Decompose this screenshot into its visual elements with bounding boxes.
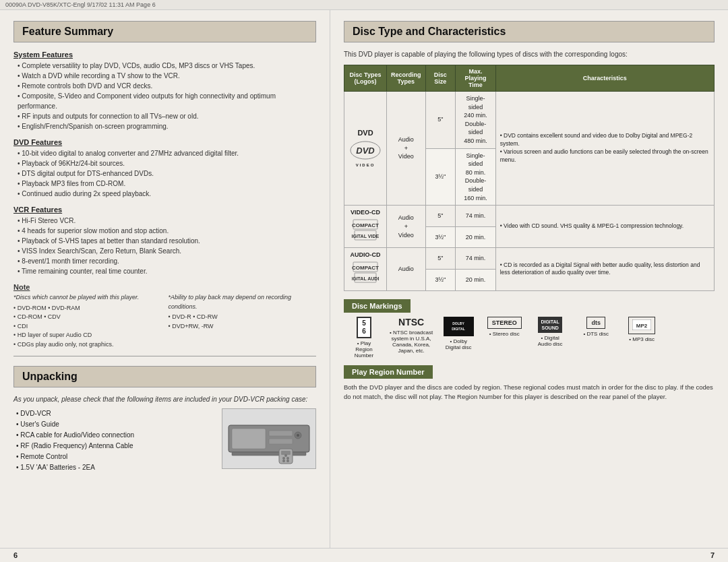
dolby-label: • DolbyDigital disc bbox=[446, 338, 472, 350]
note-col2-title: *Ability to play back may depend on reco… bbox=[169, 293, 317, 311]
marking-ntsc: NTSC • NTSC broadcastsystem in U.S.A,Can… bbox=[390, 317, 433, 354]
acd-logo-cell: AUDIO-CD COMPACT DIGITAL AUDIO bbox=[344, 248, 387, 290]
dvd-logo-svg: DVD bbox=[348, 140, 382, 160]
vcr-features-title: VCR Features bbox=[13, 206, 316, 214]
feature-summary-title: Feature Summary bbox=[13, 21, 316, 42]
svg-text:COMPACT: COMPACT bbox=[352, 265, 379, 271]
list-item: RF (Radio Frequency) Antenna Cable bbox=[16, 441, 215, 451]
device-svg bbox=[225, 412, 313, 466]
system-features-title: System Features bbox=[13, 51, 316, 59]
disc-intro: This DVD player is capable of playing th… bbox=[344, 51, 715, 58]
note-title: Note bbox=[13, 283, 316, 291]
acd-characteristics: • CD is recorded as a Digital Signal wit… bbox=[495, 248, 714, 290]
dvd-features-block: DVD Features 10-bit video digital to ana… bbox=[13, 138, 316, 199]
svg-text:COMPACT: COMPACT bbox=[352, 222, 379, 228]
list-item: 8-event/1 month timer recording. bbox=[18, 256, 316, 266]
page-left: 6 bbox=[13, 551, 18, 559]
vcd-size-1: 5" bbox=[425, 206, 456, 227]
digital-sound-badge: DIGITALSOUND bbox=[538, 317, 562, 333]
vcd-logo-svg: COMPACT DIGITAL VIDEO bbox=[352, 218, 379, 243]
marking-digital-sound: DIGITALSOUND • DigitalAudio disc bbox=[530, 317, 570, 347]
svg-text:DIGITAL AUDIO: DIGITAL AUDIO bbox=[352, 276, 379, 281]
dts-badge: dts bbox=[586, 317, 605, 329]
list-item: • DVD+RW, -RW bbox=[169, 322, 317, 332]
marking-dolby: DOLBY DIGITAL • DolbyDigital disc bbox=[438, 317, 479, 350]
list-item: • HD layer of super Audio CD bbox=[13, 331, 162, 340]
svg-text:DIGITAL VIDEO: DIGITAL VIDEO bbox=[352, 234, 379, 239]
acd-size-1: 5" bbox=[425, 248, 456, 270]
list-item: RF inputs and outputs for connection to … bbox=[18, 111, 316, 121]
dvd-size-1: 5" bbox=[425, 92, 456, 149]
unpacking-intro: As you unpack, please check that the fol… bbox=[13, 396, 316, 403]
svg-text:MP2: MP2 bbox=[636, 323, 648, 329]
vcr-features-list: Hi-Fi Stereo VCR. 4 heads for superior s… bbox=[13, 216, 316, 276]
svg-point-11 bbox=[284, 454, 287, 457]
mp3-label: • MP3 disc bbox=[629, 336, 655, 342]
vcd-logo-cell: VIDEO-CD COMPACT DIGITAL VIDEO bbox=[344, 206, 387, 248]
svg-point-10 bbox=[286, 457, 289, 460]
list-item: DTS digital output for DTS-enhanced DVDs… bbox=[18, 168, 316, 179]
col-header-time: Max.Playing Time bbox=[456, 65, 495, 92]
dolby-icon: DOLBY DIGITAL bbox=[447, 319, 471, 332]
region-label: • PlayRegionNumber bbox=[355, 340, 373, 358]
svg-point-9 bbox=[282, 457, 285, 460]
acd-size-2: 3½" bbox=[425, 269, 456, 290]
list-item: Remote Control bbox=[16, 451, 215, 462]
dvd-time-1: Single-sided240 min.Double-sided480 min. bbox=[456, 92, 495, 149]
acd-time-1: 74 min. bbox=[456, 248, 495, 270]
col-header-logos: Disc Types(Logos) bbox=[344, 65, 387, 92]
note-col1-title: *Discs which cannot be played with this … bbox=[13, 293, 162, 303]
acd-logo-svg: COMPACT DIGITAL AUDIO bbox=[352, 261, 379, 285]
left-column: Feature Summary System Features Complete… bbox=[0, 10, 330, 548]
list-item: • DVD-ROM • DVD-RAM bbox=[13, 304, 162, 313]
marking-stereo: STEREO • Stereo disc bbox=[484, 317, 524, 337]
system-features-list: Complete versatility to play DVD, VCDs, … bbox=[13, 61, 316, 131]
mp3-badge: MP2 bbox=[628, 317, 655, 334]
col-header-recording: RecordingTypes bbox=[387, 65, 426, 92]
list-item: Time remaining counter, real time counte… bbox=[18, 266, 316, 276]
list-item: • DVD-R • CD-RW bbox=[169, 313, 317, 322]
list-item: 1.5V 'AA' Batteries - 2EA bbox=[16, 462, 215, 473]
top-bar: 00090A DVD-V85K/XTC-Engl 9/17/02 11:31 A… bbox=[0, 0, 728, 10]
system-features-block: System Features Complete versatility to … bbox=[13, 51, 316, 131]
stereo-badge: STEREO bbox=[487, 317, 522, 329]
marking-dts: dts • DTS disc bbox=[576, 317, 616, 337]
unpack-content: DVD-VCR User's Guide RCA cable for Audio… bbox=[13, 408, 316, 473]
unpack-items: DVD-VCR User's Guide RCA cable for Audio… bbox=[13, 408, 215, 473]
digital-sound-label: • DigitalAudio disc bbox=[538, 335, 563, 347]
acd-recording: Audio bbox=[387, 248, 426, 290]
list-item: DVD-VCR bbox=[16, 408, 215, 419]
device-image bbox=[222, 408, 316, 469]
svg-rect-2 bbox=[269, 431, 293, 436]
marking-region: 56 • PlayRegionNumber bbox=[344, 317, 384, 358]
svg-text:DOLBY: DOLBY bbox=[452, 321, 464, 325]
list-item: Complete versatility to play DVD, VCDs, … bbox=[18, 61, 316, 71]
vcd-characteristics: • Video with CD sound. VHS quality & MPE… bbox=[495, 206, 714, 248]
list-item: English/French/Spanish on-screen program… bbox=[18, 121, 316, 131]
list-item: Continued audio during 2x speed playback… bbox=[18, 189, 316, 199]
unpack-list: DVD-VCR User's Guide RCA cable for Audio… bbox=[13, 408, 215, 473]
list-item: User's Guide bbox=[16, 419, 215, 430]
svg-point-13 bbox=[286, 460, 289, 462]
dvd-time-2: Single-sided80 min.Double-sided160 min. bbox=[456, 148, 495, 206]
vcd-size-2: 3½" bbox=[425, 226, 456, 248]
svg-rect-3 bbox=[269, 439, 293, 444]
dvd-features-list: 10-bit video digital to analog converter… bbox=[13, 148, 316, 199]
marking-mp3: MP2 • MP3 disc bbox=[621, 317, 662, 342]
dvd-characteristics: • DVD contains excellent sound and video… bbox=[495, 92, 714, 206]
svg-rect-6 bbox=[232, 452, 306, 456]
list-item: 4 heads for superior slow motion and sto… bbox=[18, 226, 316, 236]
ntsc-badge: NTSC bbox=[397, 317, 425, 327]
disc-type-title: Disc Type and Characteristics bbox=[344, 21, 715, 42]
unpacking-title: Unpacking bbox=[13, 366, 316, 387]
ntsc-label: • NTSC broadcastsystem in U.S.A,Canada, … bbox=[390, 330, 433, 354]
vcd-time-1: 74 min. bbox=[456, 206, 495, 227]
dvd-logo-cell: DVD DVD VIDEO bbox=[344, 92, 387, 206]
svg-point-5 bbox=[297, 434, 299, 437]
play-region-text: Both the DVD player and the discs are co… bbox=[344, 383, 715, 402]
unpacking-section: Unpacking As you unpack, please check th… bbox=[13, 366, 316, 473]
dvd-recording: Audio+Video bbox=[387, 92, 426, 206]
play-region-header: Play Region Number bbox=[344, 365, 433, 379]
svg-text:DIGITAL: DIGITAL bbox=[452, 327, 465, 331]
note-columns: *Discs which cannot be played with this … bbox=[13, 293, 316, 349]
